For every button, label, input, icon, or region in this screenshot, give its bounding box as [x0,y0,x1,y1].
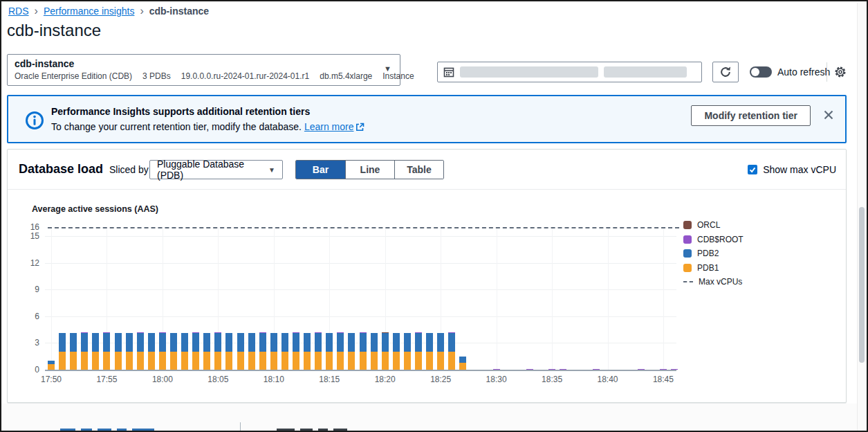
refresh-button[interactable] [712,62,739,82]
x-tick-label: 18:00 [152,375,173,384]
cutoff-tab-right[interactable] [277,429,349,432]
max-vcpus-line [48,227,679,228]
tab-line[interactable]: Line [345,161,394,179]
show-max-vcpu-checkbox[interactable]: Show max vCPU [748,164,836,175]
bar-segment-pdb2 [393,333,400,352]
learn-more-link[interactable]: Learn more [304,121,365,132]
bar-segment-pdb2 [48,361,55,364]
bar-segment-pdb2 [293,333,299,352]
bar-segment-pdb1 [237,352,244,370]
bar-segment-pdb2 [126,333,133,352]
bar-segment-pdb1 [81,352,88,370]
bar-segment-cdb-root [448,332,455,334]
gridline [45,263,676,264]
bar-segment-cdb-root [526,369,533,370]
cutoff-tab-divider [240,422,241,432]
x-tick-label: 18:25 [430,375,451,384]
aas-bar-chart [45,222,676,370]
next-section-cutoff [1,404,859,432]
bar-segment-pdb2 [382,333,389,352]
bar-segment-pdb1 [115,352,122,370]
database-load-title: Database load [19,162,103,177]
checkbox-checked-icon [748,165,757,174]
close-icon[interactable] [823,109,834,120]
bar-segment-pdb2 [371,333,378,352]
bar-segment-pdb1 [382,352,389,370]
gridline [45,316,676,317]
time-range-picker[interactable] [437,62,702,82]
page-scrollbar[interactable] [857,3,865,431]
auto-refresh-toggle[interactable] [750,66,772,78]
bar-segment-pdb2 [214,333,221,352]
tab-bar[interactable]: Bar [296,161,345,179]
bar-segment-pdb2 [304,333,311,352]
gear-icon[interactable] [833,65,847,79]
breadcrumb-item[interactable]: RDS [8,6,29,17]
bar-segment-pdb1 [270,352,277,370]
bar-segment-cdb-root [415,332,422,334]
bar-segment-pdb1 [326,352,333,370]
page-title: cdb-instance [7,21,101,40]
bar-segment-pdb2 [404,333,411,352]
bar-segment-pdb1 [393,352,400,370]
auto-refresh-label: Auto refresh [777,66,830,78]
gridline [552,227,553,370]
cutoff-tab-left[interactable] [60,429,157,432]
bar-segment-pdb2 [348,333,355,352]
bar-segment-cdb-root [593,369,600,370]
bar-segment-pdb1 [304,352,311,370]
bar-segment-cdb-root [137,332,144,334]
bar-segment-pdb1 [103,352,110,370]
scrollbar-thumb[interactable] [859,207,865,363]
bar-segment-pdb2 [170,333,177,352]
bar-segment-pdb1 [293,352,299,370]
bar-segment-pdb2 [81,333,88,352]
slice-dimension-select[interactable]: Pluggable Database (PDB) ▼ [149,160,283,179]
instance-selector-dropdown[interactable]: cdb-instance Oracle Enterprise Edition (… [7,54,400,86]
bar-segment-pdb2 [103,333,110,352]
modify-retention-tier-button[interactable]: Modify retention tier [691,105,811,126]
calendar-icon [443,66,454,78]
retention-info-banner: Performance Insights supports additional… [7,95,847,143]
sliced-by-label: Sliced by [109,164,149,175]
bar-segment-pdb2 [225,333,232,352]
bar-segment-pdb2 [426,333,433,352]
bar-segment-cdb-root [315,332,322,334]
bar-segment-pdb2 [315,333,322,352]
banner-body: To change your current retention tier, m… [51,121,364,132]
y-tick-label: 9 [17,285,39,294]
gridline [45,289,676,290]
bar-segment-pdb1 [437,352,444,370]
tab-table[interactable]: Table [394,161,443,179]
bar-segment-pdb2 [148,333,155,352]
y-tick-label: 0 [17,365,39,375]
bar-segment-pdb1 [137,352,144,370]
bar-segment-pdb2 [448,333,455,352]
bar-segment-pdb1 [225,352,232,370]
chart-view-segmented-control: BarLineTable [295,160,444,179]
bar-segment-pdb1 [426,352,433,370]
x-tick-label: 18:35 [542,375,562,384]
bar-segment-pdb1 [360,352,367,370]
bar-segment-cdb-root [159,332,166,334]
bar-segment-pdb1 [415,352,422,370]
legend-swatch [683,235,692,244]
x-tick-label: 18:45 [653,375,674,384]
breadcrumb: RDS›Performance insights›cdb-instance [8,5,209,17]
bar-segment-pdb1 [59,352,66,370]
bar-segment-pdb2 [326,333,333,352]
bar-segment-orcl [382,332,389,334]
x-tick-label: 17:50 [41,375,62,384]
bar-segment-cdb-root [81,332,88,334]
bar-segment-pdb2 [415,333,422,352]
instance-attributes: Oracle Enterprise Edition (CDB)3 PDBs19.… [15,71,379,81]
bar-segment-pdb2 [270,333,277,352]
banner-body-text: To change your current retention tier, m… [51,121,302,132]
bar-segment-pdb2 [259,333,266,352]
external-link-icon [355,123,364,132]
bar-segment-pdb1 [192,352,199,370]
bar-segment-pdb1 [126,352,133,370]
bar-segment-pdb2 [192,333,199,352]
breadcrumb-item[interactable]: Performance insights [44,6,135,17]
bar-segment-pdb1 [203,352,210,370]
